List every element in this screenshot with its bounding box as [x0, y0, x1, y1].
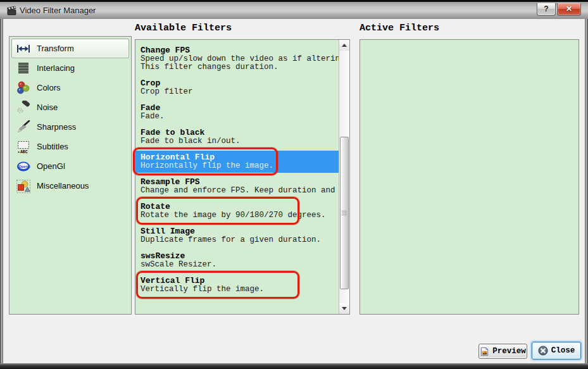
titlebar[interactable]: Video Filter Manager ? ✕	[0, 2, 588, 20]
window-frame-right	[585, 19, 588, 363]
filter-name: Fade	[141, 103, 334, 113]
preview-button[interactable]: Preview	[479, 344, 527, 359]
filter-item[interactable]: FadeFade.	[135, 101, 339, 123]
filter-description: Change and enforce FPS. Keep duration an…	[141, 187, 334, 195]
subtitles-icon: ▸ABC	[16, 139, 31, 154]
filter-description: swScale Resizer.	[141, 261, 334, 269]
close-icon: ✕	[566, 4, 572, 13]
filter-item[interactable]: CropCrop filter	[135, 77, 339, 99]
help-button[interactable]: ?	[537, 3, 556, 16]
miscellaneous-icon	[16, 178, 31, 194]
window-close-button[interactable]: ✕	[557, 3, 581, 16]
sidebar-item-interlacing[interactable]: Interlacing	[11, 58, 129, 78]
filter-item[interactable]: Horizontal FlipHorizontally flip the ima…	[135, 151, 339, 173]
filter-item[interactable]: Change FPSSpeed up/slow down the video a…	[135, 44, 339, 74]
filter-item[interactable]: Vertical FlipVertically flip the image.	[135, 274, 339, 296]
interlacing-icon	[16, 61, 31, 76]
arrow-up-icon	[342, 44, 347, 47]
filter-description: Rotate the image by 90/180/270 degrees.	[141, 211, 334, 220]
filter-item[interactable]: Still ImageDuplicate frames for a given …	[135, 225, 339, 247]
preview-button-label: Preview	[492, 347, 526, 356]
scroll-down-button[interactable]	[339, 303, 349, 314]
sidebar-item-miscellaneous[interactable]: Miscellaneous	[11, 176, 129, 196]
active-filters-panel	[360, 39, 579, 315]
video-filter-manager-window: Video Filter Manager ? ✕ TransformInterl…	[0, 0, 588, 369]
sidebar-item-label: Sharpness	[37, 122, 76, 132]
transform-icon	[16, 41, 31, 56]
sidebar-item-label: Transform	[37, 44, 74, 53]
available-filters-header: Available Filters	[135, 23, 232, 34]
available-filters-list: Change FPSSpeed up/slow down the video a…	[135, 40, 339, 314]
filter-description: Vertically flip the image.	[141, 285, 334, 294]
category-sidebar: TransformInterlacingColorsNoiseSharpness…	[9, 36, 132, 315]
sidebar-item-label: Interlacing	[37, 63, 75, 73]
thumb-grip-icon	[342, 211, 347, 216]
close-button[interactable]: Close	[532, 342, 581, 360]
filter-name: swsResize	[141, 251, 334, 261]
help-icon: ?	[544, 4, 548, 13]
scrollbar-thumb[interactable]	[340, 137, 349, 289]
filter-item[interactable]: swsResizeswScale Resizer.	[135, 249, 339, 272]
available-filters-panel: Change FPSSpeed up/slow down the video a…	[135, 39, 350, 315]
dialog-body: TransformInterlacingColorsNoiseSharpness…	[3, 19, 585, 363]
sidebar-item-colors[interactable]: Colors	[11, 78, 129, 97]
svg-text:OpenGL: OpenGL	[19, 164, 31, 168]
sidebar-item-label: Subtitles	[37, 142, 68, 151]
filter-name: Crop	[141, 78, 334, 88]
filter-name: Rotate	[141, 202, 334, 211]
filter-description: Duplicate frames for a given duration.	[141, 236, 334, 244]
filter-item[interactable]: RotateRotate the image by 90/180/270 deg…	[135, 200, 339, 222]
window-frame-bottom	[0, 363, 588, 369]
sidebar-item-noise[interactable]: Noise	[11, 97, 129, 117]
sidebar-item-label: Colors	[37, 83, 61, 92]
svg-text:▸ABC: ▸ABC	[18, 150, 28, 154]
noise-icon	[16, 100, 31, 115]
filter-description: Fade.	[141, 113, 334, 121]
filter-description: Horizontally flip the image.	[141, 162, 334, 170]
close-circle-icon	[538, 346, 548, 356]
sidebar-item-transform[interactable]: Transform	[11, 39, 129, 58]
sidebar-item-subtitles[interactable]: ▸ABCSubtitles	[11, 137, 129, 156]
scroll-up-button[interactable]	[339, 40, 349, 51]
filter-item[interactable]: Fade to blackFade to black in/out.	[135, 126, 339, 148]
active-filters-header: Active Filters	[360, 23, 439, 34]
filter-name: Resample FPS	[141, 177, 334, 187]
sidebar-item-label: Miscellaneous	[37, 181, 89, 191]
opengl-icon: OpenGL	[16, 159, 31, 174]
clapperboard-icon	[6, 5, 17, 16]
filter-name: Change FPS	[141, 46, 334, 55]
sidebar-item-label: OpenGl	[37, 161, 65, 171]
filter-name: Fade to black	[141, 128, 334, 137]
preview-image-icon	[480, 347, 489, 356]
filter-description: This filter changes duration.	[141, 63, 334, 72]
filter-name: Still Image	[141, 227, 334, 236]
filter-name: Vertical Flip	[141, 276, 334, 285]
close-button-label: Close	[551, 346, 575, 355]
arrow-down-icon	[342, 307, 347, 310]
filter-description: Fade to black in/out.	[141, 137, 334, 146]
colors-icon	[16, 80, 31, 96]
sidebar-item-opengl[interactable]: OpenGLOpenGl	[11, 156, 129, 176]
filter-name: Horizontal Flip	[141, 153, 334, 162]
sidebar-item-sharpness[interactable]: Sharpness	[11, 117, 129, 137]
filter-item[interactable]: Resample FPSChange and enforce FPS. Keep…	[135, 175, 339, 197]
sidebar-item-label: Noise	[37, 103, 58, 112]
filter-description: Crop filter	[141, 88, 334, 96]
sharpness-icon	[16, 120, 31, 135]
window-title: Video Filter Manager	[20, 6, 96, 15]
filters-scrollbar[interactable]	[339, 40, 349, 314]
window-frame-left	[0, 19, 3, 363]
